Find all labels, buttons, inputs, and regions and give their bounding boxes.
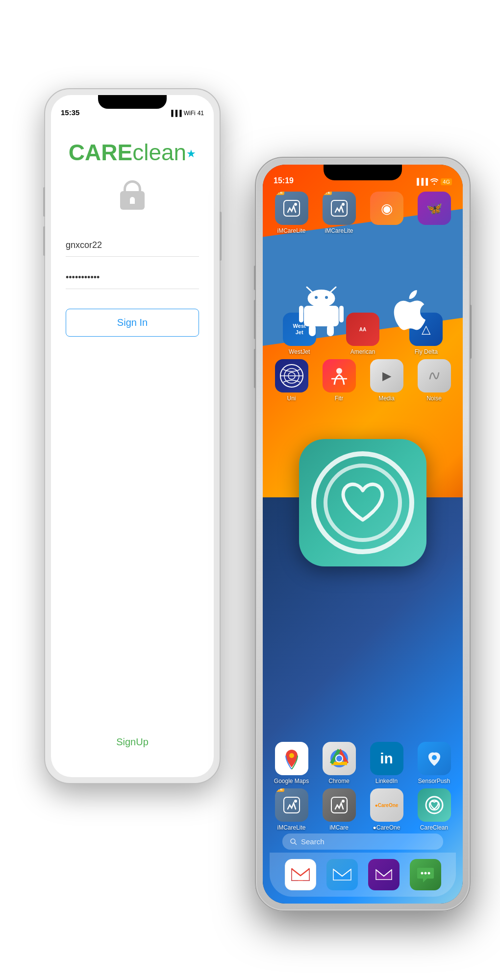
media-label: Media [378, 395, 395, 402]
svg-point-7 [315, 296, 318, 299]
gmaps-img [275, 742, 308, 775]
linkedin-icon[interactable]: in LinkedIn [365, 742, 409, 784]
imcarelite-bottom-icon[interactable]: LITE iMCareLite [270, 788, 314, 831]
linkedin-img: in [370, 742, 403, 775]
messages-dock-icon[interactable] [410, 859, 441, 890]
login-screen: CAREclean★ gnxcor22 Sign In SignU [51, 120, 214, 777]
fitness-label: Fitr [335, 395, 343, 402]
sensorpush-label: SensorPush [418, 778, 450, 784]
careone-img: ●CareOne [370, 788, 403, 822]
password-field[interactable] [66, 267, 199, 289]
svg-point-29 [342, 800, 345, 803]
svg-point-25 [432, 755, 437, 760]
status-icons: ▐▐▐ WiFi 41 [169, 110, 204, 117]
power-button [220, 212, 222, 261]
mute-button [254, 266, 256, 290]
svg-rect-11 [339, 306, 344, 322]
svg-point-3 [342, 203, 345, 206]
fitness-img [323, 359, 356, 392]
outlook-dock-icon[interactable] [368, 859, 400, 890]
imcarelite-img-2: LITE [323, 192, 356, 225]
wifi-icon [430, 178, 438, 185]
svg-rect-26 [284, 797, 300, 813]
svg-rect-10 [299, 306, 303, 322]
partial-img-3: ◉ [370, 192, 403, 225]
careone-icon[interactable]: ●CareOne ●CareOne [365, 788, 409, 831]
uni-icon[interactable]: Uni [270, 359, 314, 402]
svg-line-4 [307, 287, 313, 293]
sensorpush-icon[interactable]: SensorPush [412, 742, 456, 784]
imcare-label: iMCare [329, 824, 349, 831]
care-text: CARE [69, 140, 132, 165]
fitness-icon[interactable]: Fitr [317, 359, 361, 402]
careclean-bottom-icon[interactable]: CareClean [412, 788, 456, 831]
signal-icon: ▐▐▐ [169, 110, 182, 117]
front-notch [324, 165, 402, 180]
careclean-featured-img [299, 439, 426, 566]
back-phone: 15:35 ▐▐▐ WiFi 41 CAREclean★ [44, 88, 221, 784]
side-button [470, 305, 472, 359]
logo-text: CAREclean★ [69, 153, 196, 162]
search-icon [290, 838, 297, 845]
partial-icon-4[interactable]: 🦋 [412, 192, 456, 234]
noise-icon[interactable]: Noise [412, 359, 456, 402]
signup-link[interactable]: SignUp [116, 736, 149, 748]
svg-rect-2 [331, 200, 347, 216]
battery-label: 4G [441, 178, 452, 185]
username-field[interactable]: gnxcor22 [66, 234, 199, 257]
featured-careclean-icon[interactable] [299, 439, 426, 566]
svg-point-18 [336, 368, 342, 374]
imcarelite-icon-1[interactable]: LITE iMCareLite [270, 192, 314, 234]
star-text: ★ [186, 147, 196, 160]
media-icon[interactable]: ▶ Media [365, 359, 409, 402]
careclean-bottom-img [418, 788, 451, 822]
partial-img-4: 🦋 [418, 192, 451, 225]
noise-img [418, 359, 451, 392]
front-phone-screen: 15:19 ▐▐▐ 4G LITE [263, 165, 463, 904]
svg-point-1 [294, 203, 297, 206]
notch [98, 95, 167, 109]
lite-badge-2: LITE [323, 192, 332, 195]
search-bar[interactable]: Search [282, 833, 443, 850]
app-logo: CAREclean★ [69, 139, 196, 166]
signin-button[interactable]: Sign In [66, 309, 199, 337]
svg-point-27 [294, 800, 297, 803]
careclean-bottom-label: CareClean [420, 824, 448, 831]
imcarelite-icon-2[interactable]: LITE iMCareLite [317, 192, 361, 234]
svg-point-38 [427, 872, 430, 875]
svg-rect-12 [309, 324, 316, 336]
back-phone-screen: 15:35 ▐▐▐ WiFi 41 CAREclean★ [51, 95, 214, 777]
imcarelite-bottom-label: iMCareLite [277, 824, 305, 831]
bottom-app-rows: Google Maps [263, 742, 463, 835]
ios-screen: 15:19 ▐▐▐ 4G LITE [263, 165, 463, 904]
vol-up-button [254, 300, 256, 339]
imcarelite-bottom-img: LITE [275, 788, 308, 822]
lock-shackle [124, 180, 141, 191]
imcare-icon[interactable]: iMCare [317, 788, 361, 831]
gmaps-icon[interactable]: Google Maps [270, 742, 314, 784]
gmail-dock-icon[interactable] [285, 859, 316, 890]
svg-point-24 [336, 756, 342, 761]
vol-down-button [254, 349, 256, 388]
partial-icon-3[interactable]: ◉ [365, 192, 409, 234]
ios-time: 15:19 [274, 176, 294, 185]
careone-label: ●CareOne [373, 824, 400, 831]
svg-line-33 [295, 843, 297, 845]
volume-up-button [43, 187, 45, 217]
mail-dock-icon[interactable] [326, 859, 358, 890]
imcare-img [323, 788, 356, 822]
svg-point-6 [308, 290, 335, 307]
chrome-icon[interactable]: Chrome [317, 742, 361, 784]
svg-rect-9 [304, 306, 339, 326]
ios-status-icons: ▐▐▐ 4G [415, 178, 452, 185]
volume-down-button [43, 226, 45, 256]
svg-line-5 [330, 287, 336, 293]
svg-rect-28 [331, 797, 347, 813]
chrome-label: Chrome [328, 778, 350, 784]
svg-point-8 [325, 296, 328, 299]
care-apps-row: LITE iMCareLite [263, 788, 463, 831]
uni-img [275, 359, 308, 392]
app-grid: LITE iMCareLite LITE [263, 192, 463, 406]
android-icon [298, 285, 345, 339]
chrome-img [323, 742, 356, 775]
